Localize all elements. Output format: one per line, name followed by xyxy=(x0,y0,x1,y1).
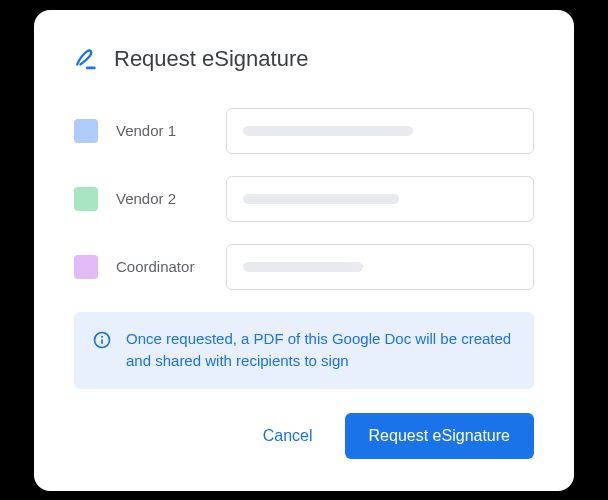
signer-input[interactable] xyxy=(226,176,534,222)
signer-label: Coordinator xyxy=(116,258,208,275)
info-icon xyxy=(92,330,112,350)
signature-icon xyxy=(74,46,100,72)
dialog-actions: Cancel Request eSignature xyxy=(74,413,534,459)
signer-label: Vendor 2 xyxy=(116,190,208,207)
signer-color-swatch xyxy=(74,187,98,211)
signer-input[interactable] xyxy=(226,244,534,290)
input-placeholder xyxy=(243,126,413,136)
dialog-header: Request eSignature xyxy=(74,46,534,72)
info-banner: Once requested, a PDF of this Google Doc… xyxy=(74,312,534,389)
esignature-dialog: Request eSignature Vendor 1 Vendor 2 Coo… xyxy=(34,10,574,491)
svg-rect-0 xyxy=(86,66,96,69)
signer-label: Vendor 1 xyxy=(116,122,208,139)
signer-color-swatch xyxy=(74,255,98,279)
signer-row: Vendor 1 xyxy=(74,108,534,154)
cancel-button[interactable]: Cancel xyxy=(255,417,321,455)
signer-row: Coordinator xyxy=(74,244,534,290)
input-placeholder xyxy=(243,194,399,204)
signer-row: Vendor 2 xyxy=(74,176,534,222)
info-text: Once requested, a PDF of this Google Doc… xyxy=(126,328,516,373)
request-esignature-button[interactable]: Request eSignature xyxy=(345,413,534,459)
signer-input[interactable] xyxy=(226,108,534,154)
signer-color-swatch xyxy=(74,119,98,143)
svg-point-2 xyxy=(101,335,103,337)
svg-rect-3 xyxy=(101,339,103,344)
dialog-title: Request eSignature xyxy=(114,46,308,72)
input-placeholder xyxy=(243,262,363,272)
